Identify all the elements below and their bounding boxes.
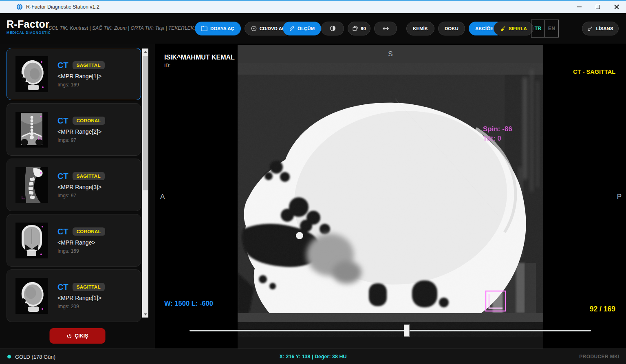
exit-button[interactable]: ÇIKIŞ	[50, 328, 106, 344]
series-plane-badge: CORONAL	[73, 117, 105, 125]
reset-button[interactable]: SIFIRLA	[494, 22, 533, 35]
mouse-hint-text: SOL TIK: Kontrast | SAĞ TIK: Zoom | ORTA…	[48, 25, 207, 31]
flip-arrows-icon	[382, 26, 389, 31]
pencil-icon	[289, 26, 295, 31]
open-file-label: DOSYA AÇ	[210, 26, 234, 31]
series-image-count: Imgs: 169	[57, 82, 105, 88]
series-modality: CT	[57, 172, 68, 181]
key-icon	[587, 26, 593, 31]
cursor-coordinates: X: 216 Y: 138 | Değer: 38 HU	[280, 354, 347, 360]
close-icon	[614, 4, 619, 9]
minimize-button[interactable]	[570, 1, 589, 13]
app-logo: R-Factor MEDICAL DIAGNOSTIC	[7, 18, 51, 35]
series-modality: CT	[57, 61, 68, 70]
rotate-icon	[352, 26, 358, 31]
series-card[interactable]: CT CORONAL <MPR Range[2]> Imgs: 97	[7, 103, 141, 156]
series-range: <MPR Range[1]>	[57, 295, 105, 301]
license-status-dot	[7, 355, 11, 358]
file-button-group: DOSYA AÇ CD/DVD AÇ	[195, 22, 292, 35]
lang-en-button[interactable]: EN	[545, 20, 558, 37]
series-modality: CT	[57, 116, 68, 126]
app-header: R-Factor MEDICAL DIAGNOSTIC SOL TIK: Kon…	[0, 13, 626, 44]
slice-slider-track[interactable]	[190, 330, 591, 331]
series-card[interactable]: CT SAGITTAL <MPR Range[1]> Imgs: 169	[7, 48, 141, 100]
disc-icon	[251, 26, 257, 31]
series-card[interactable]: CT SAGITTAL <MPR Range[1]> Imgs: 209	[7, 269, 141, 322]
transform-group: 90	[321, 22, 397, 35]
series-card-text: CT SAGITTAL <MPR Range[3]> Imgs: 97	[57, 172, 105, 199]
patient-name: ISIK^MAHMUT KEMAL	[164, 54, 235, 61]
license-label: LİSANS	[596, 26, 613, 31]
maximize-icon	[596, 5, 600, 9]
window-titlebar: R-Factor Diagnostic Station v1.2	[0, 0, 626, 13]
maximize-button[interactable]	[589, 1, 607, 13]
preset-tissue-button[interactable]: DOKU	[438, 22, 465, 35]
status-bar: GOLD (178 Gün) X: 216 Y: 138 | Değer: 38…	[0, 349, 626, 364]
series-card-text: CT CORONAL <MPR Range[2]> Imgs: 97	[57, 116, 105, 143]
series-sidebar: CT SAGITTAL <MPR Range[1]> Imgs: 169 CT …	[0, 44, 155, 349]
window-title: R-Factor Diagnostic Station v1.2	[26, 4, 99, 10]
preset-tissue-label: DOKU	[445, 26, 458, 31]
series-plane-badge: SAGITTAL	[73, 283, 105, 291]
scroll-down-arrow[interactable]	[142, 311, 148, 318]
app-icon	[16, 4, 23, 10]
language-toggle: TR EN	[531, 20, 559, 38]
minimize-icon	[577, 7, 582, 7]
folder-icon	[201, 26, 207, 31]
spin-annotation: Spin: -86	[483, 125, 512, 133]
chevron-down-icon	[144, 313, 147, 315]
flip-horizontal-button[interactable]	[374, 22, 397, 35]
series-card-text: CT CORONAL <MPR Range> Imgs: 169	[57, 227, 105, 254]
window-controls	[570, 1, 626, 13]
reset-group: SIFIRLA	[494, 22, 533, 35]
series-image-count: Imgs: 169	[57, 248, 105, 254]
ct-slice-render: Spin: -86 Tilt: 0	[238, 45, 543, 349]
series-image-count: Imgs: 97	[57, 137, 105, 143]
slice-slider-thumb[interactable]	[404, 324, 410, 337]
series-list: CT SAGITTAL <MPR Range[1]> Imgs: 169 CT …	[7, 48, 141, 322]
scroll-up-arrow[interactable]	[142, 49, 148, 55]
broom-icon	[500, 26, 506, 31]
series-card[interactable]: CT CORONAL <MPR Range> Imgs: 169	[7, 214, 141, 267]
preset-bone-button[interactable]: KEMİK	[406, 22, 434, 35]
close-button[interactable]	[607, 1, 626, 13]
series-range: <MPR Range[2]>	[57, 128, 105, 135]
scrollbar-thumb[interactable]	[143, 56, 148, 190]
contrast-icon	[330, 25, 336, 31]
series-scrollbar[interactable]	[142, 49, 148, 318]
license-status: GOLD (178 Gün)	[7, 353, 55, 360]
rotate-90-button[interactable]: 90	[348, 22, 370, 35]
series-plane-badge: CORONAL	[73, 227, 105, 236]
orientation-posterior: P	[617, 193, 622, 201]
series-plane-badge: SAGITTAL	[73, 172, 105, 180]
chevron-up-icon	[144, 51, 147, 53]
license-status-label: GOLD (178 Gün)	[15, 353, 55, 360]
measure-button[interactable]: ÖLÇÜM	[283, 22, 321, 35]
open-file-button[interactable]: DOSYA AÇ	[195, 22, 241, 35]
reset-label: SIFIRLA	[509, 26, 527, 31]
series-image-count: Imgs: 97	[57, 193, 105, 199]
series-description-label: CT - SAGITTAL	[573, 68, 615, 75]
series-card[interactable]: CT SAGITTAL <MPR Range[3]> Imgs: 97	[7, 159, 141, 211]
ct-image[interactable]: Spin: -86 Tilt: 0	[238, 45, 543, 349]
power-icon	[66, 333, 72, 339]
preset-bone-label: KEMİK	[413, 26, 428, 31]
contrast-invert-button[interactable]	[321, 22, 344, 35]
series-range: <MPR Range>	[57, 239, 105, 246]
image-viewport: Spin: -86 Tilt: 0 ISIK^MAHMUT KEMAL ID: …	[155, 44, 626, 349]
open-cd-label: CD/DVD AÇ	[260, 26, 285, 31]
series-card-text: CT SAGITTAL <MPR Range[1]> Imgs: 169	[57, 61, 105, 88]
series-thumbnail	[15, 167, 48, 203]
patient-id-label: ID:	[164, 63, 170, 68]
series-card-text: CT SAGITTAL <MPR Range[1]> Imgs: 209	[57, 282, 105, 309]
lang-tr-button[interactable]: TR	[531, 20, 545, 37]
series-thumbnail	[15, 223, 48, 258]
producer-label: PRODUCER MKI	[579, 354, 619, 360]
license-button[interactable]: LİSANS	[582, 22, 619, 35]
series-thumbnail	[15, 56, 48, 92]
slice-counter: 92 / 169	[590, 305, 615, 313]
series-range: <MPR Range[3]>	[57, 184, 105, 190]
app-window: { "titlebar": { "title": "R-Factor Diagn…	[0, 0, 626, 364]
series-modality: CT	[57, 282, 68, 292]
tilt-annotation: Tilt: 0	[483, 135, 501, 142]
